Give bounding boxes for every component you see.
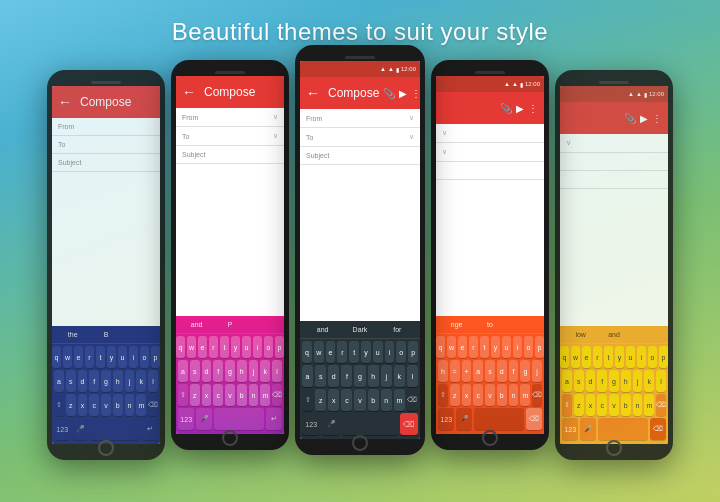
key-d[interactable]: d <box>586 370 596 392</box>
key-z[interactable]: z <box>450 384 460 406</box>
more-icon[interactable]: ⋮ <box>652 113 662 124</box>
key-h[interactable]: h <box>368 365 379 387</box>
key-z[interactable]: z <box>574 394 584 416</box>
key-g[interactable]: g <box>354 365 365 387</box>
key-v[interactable]: v <box>354 389 365 411</box>
key-mic[interactable]: 🎤 <box>196 408 212 430</box>
key-u[interactable]: u <box>242 336 251 358</box>
key-w[interactable]: w <box>447 336 456 358</box>
key-backspace[interactable]: ⌫ <box>656 394 666 416</box>
subject-field[interactable]: Subject <box>52 154 160 172</box>
key-b[interactable]: b <box>368 389 379 411</box>
key-f[interactable]: f <box>597 370 607 392</box>
key-m[interactable]: m <box>520 384 530 406</box>
key-c[interactable]: c <box>597 394 607 416</box>
key-y[interactable]: y <box>361 341 371 363</box>
key-w[interactable]: w <box>63 346 72 368</box>
key-y[interactable]: y <box>231 336 240 358</box>
key-x[interactable]: x <box>202 384 212 406</box>
key-shift[interactable]: ⇧ <box>302 389 313 411</box>
suggestion-1[interactable]: and <box>304 326 341 333</box>
key-b[interactable]: b <box>113 394 123 416</box>
key-m[interactable]: m <box>260 384 270 406</box>
key-n[interactable]: n <box>509 384 519 406</box>
key-e[interactable]: e <box>458 336 467 358</box>
key-u[interactable]: u <box>373 341 383 363</box>
key-c[interactable]: c <box>213 384 223 406</box>
key-s[interactable]: s <box>190 360 200 382</box>
key-mic[interactable]: 🎤 <box>72 418 88 440</box>
key-h[interactable]: h <box>237 360 247 382</box>
key-shift[interactable]: ⇧ <box>438 384 448 406</box>
send-icon[interactable]: ▶ <box>640 113 648 124</box>
back-button[interactable]: ← <box>306 85 320 101</box>
key-z[interactable]: z <box>66 394 76 416</box>
key-g[interactable]: g <box>609 370 619 392</box>
key-n[interactable]: n <box>249 384 259 406</box>
key-n[interactable]: n <box>125 394 135 416</box>
key-return[interactable]: ↵ <box>142 418 158 440</box>
suggestion-1[interactable]: the <box>56 331 89 338</box>
key-space[interactable] <box>598 418 647 440</box>
home-button[interactable] <box>222 430 238 446</box>
key-q[interactable]: q <box>560 346 569 368</box>
more-icon[interactable]: ⋮ <box>528 103 538 114</box>
key-space[interactable] <box>90 418 139 440</box>
attach-icon[interactable]: 📎 <box>624 113 636 124</box>
key-t[interactable]: t <box>480 336 489 358</box>
key-f[interactable]: f <box>213 360 223 382</box>
suggestion-1[interactable]: and <box>180 321 213 328</box>
back-button[interactable]: ← <box>58 94 72 110</box>
key-v[interactable]: v <box>225 384 235 406</box>
suggestion-2[interactable]: Dark <box>341 326 378 333</box>
subject-field[interactable]: Subject <box>176 146 284 164</box>
key-p[interactable]: p <box>408 341 418 363</box>
key-y[interactable]: y <box>107 346 116 368</box>
key-a[interactable]: a <box>562 370 572 392</box>
home-button[interactable] <box>606 440 622 456</box>
key-i[interactable]: i <box>637 346 646 368</box>
key-return[interactable]: ⌫ <box>400 413 418 435</box>
key-d[interactable]: d <box>78 370 88 392</box>
key-r[interactable]: r <box>593 346 602 368</box>
key-l[interactable]: l <box>656 370 666 392</box>
key-g[interactable]: g <box>520 360 530 382</box>
suggestion-1[interactable]: low <box>564 331 597 338</box>
key-k[interactable]: k <box>394 365 405 387</box>
key-space[interactable] <box>214 408 263 430</box>
field-2[interactable] <box>560 153 668 171</box>
suggestion-2[interactable]: B <box>89 331 122 338</box>
key-v[interactable]: v <box>485 384 495 406</box>
key-123[interactable]: 123 <box>562 418 578 440</box>
key-123[interactable]: 123 <box>302 413 320 435</box>
from-field[interactable]: From ∨ <box>176 108 284 127</box>
key-o[interactable]: o <box>396 341 406 363</box>
suggestion-2[interactable]: P <box>213 321 246 328</box>
key-f[interactable]: f <box>89 370 99 392</box>
key-t[interactable]: t <box>220 336 229 358</box>
key-123[interactable]: 123 <box>54 418 70 440</box>
key-z[interactable]: z <box>315 389 326 411</box>
key-b[interactable]: b <box>621 394 631 416</box>
key-t[interactable]: t <box>349 341 359 363</box>
key-return[interactable]: ⌫ <box>650 418 666 440</box>
key-x[interactable]: x <box>586 394 596 416</box>
key-t[interactable]: t <box>604 346 613 368</box>
key-e[interactable]: e <box>198 336 207 358</box>
key-j[interactable]: j <box>633 370 643 392</box>
key-p[interactable]: p <box>535 336 544 358</box>
key-n[interactable]: n <box>633 394 643 416</box>
suggestion-1[interactable]: nge <box>440 321 473 328</box>
field-1[interactable]: ∨ <box>560 134 668 153</box>
key-n[interactable]: n <box>381 389 392 411</box>
key-l[interactable]: l <box>407 365 418 387</box>
key-e[interactable]: e <box>74 346 83 368</box>
key-k[interactable]: k <box>644 370 654 392</box>
key-l[interactable]: l <box>272 360 282 382</box>
subject-field[interactable]: Subject <box>300 147 420 165</box>
attach-icon[interactable]: 📎 <box>500 103 512 114</box>
key-123[interactable]: 123 <box>438 408 454 430</box>
key-r[interactable]: r <box>337 341 347 363</box>
key-c[interactable]: c <box>473 384 483 406</box>
to-field[interactable]: To <box>52 136 160 154</box>
